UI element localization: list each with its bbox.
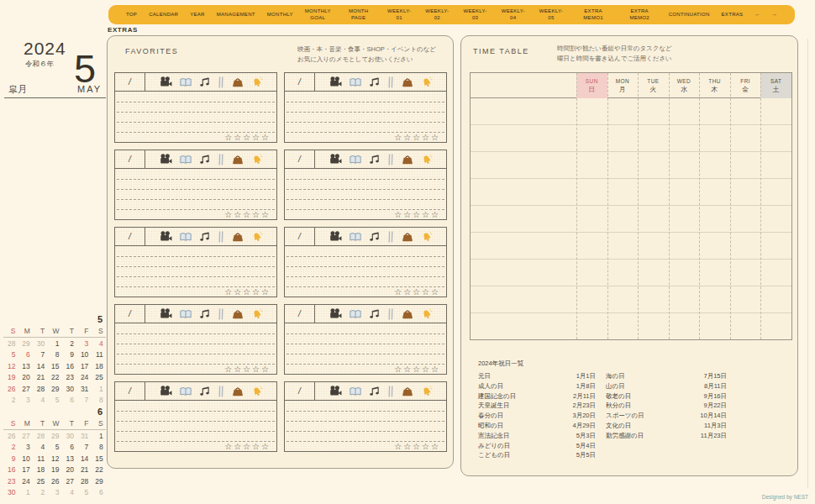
movie-camera-icon[interactable]: [329, 308, 342, 319]
handbag-icon[interactable]: [402, 386, 413, 396]
handbag-icon[interactable]: [232, 386, 244, 396]
chopsticks-icon[interactable]: [387, 231, 394, 243]
favorite-card[interactable]: /: [284, 150, 447, 220]
nav-tab-weekly-04[interactable]: WEEKLY-04: [494, 8, 532, 20]
writing-line[interactable]: [287, 180, 444, 190]
bell-icon[interactable]: [251, 231, 263, 243]
star-rating[interactable]: ☆☆☆☆☆: [115, 365, 276, 374]
writing-line[interactable]: [117, 123, 275, 133]
handbag-icon[interactable]: [232, 231, 244, 242]
writing-line[interactable]: [287, 113, 444, 123]
writing-line[interactable]: [287, 246, 444, 257]
date-slash-field[interactable]: /: [115, 382, 145, 400]
nav-tab-extra-memo1[interactable]: EXTRA MEMO1: [570, 8, 617, 20]
writing-line[interactable]: [287, 92, 444, 102]
favorite-card[interactable]: /: [114, 227, 277, 297]
music-notes-icon[interactable]: [369, 308, 380, 319]
writing-line[interactable]: [117, 277, 275, 287]
bell-icon[interactable]: [421, 76, 433, 88]
open-book-icon[interactable]: [350, 155, 361, 165]
music-notes-icon[interactable]: [369, 154, 380, 165]
bell-icon[interactable]: [421, 308, 433, 320]
writing-line[interactable]: [287, 334, 444, 344]
movie-camera-icon[interactable]: [160, 308, 172, 319]
writing-line[interactable]: [117, 180, 275, 190]
date-slash-field[interactable]: /: [115, 305, 145, 323]
bell-icon[interactable]: [421, 231, 433, 243]
writing-line[interactable]: [287, 190, 444, 200]
movie-camera-icon[interactable]: [160, 386, 172, 396]
music-notes-icon[interactable]: [369, 386, 380, 396]
star-rating[interactable]: ☆☆☆☆☆: [285, 442, 446, 451]
chopsticks-icon[interactable]: [218, 231, 224, 243]
open-book-icon[interactable]: [180, 386, 192, 396]
movie-camera-icon[interactable]: [329, 154, 342, 165]
music-notes-icon[interactable]: [369, 231, 380, 242]
favorite-card[interactable]: /: [284, 227, 447, 297]
star-rating[interactable]: ☆☆☆☆☆: [285, 133, 446, 142]
chopsticks-icon[interactable]: [218, 308, 224, 320]
writing-line[interactable]: [117, 190, 275, 200]
star-rating[interactable]: ☆☆☆☆☆: [115, 210, 276, 219]
chopsticks-icon[interactable]: [218, 76, 224, 88]
favorite-card[interactable]: /: [114, 150, 277, 220]
date-slash-field[interactable]: /: [115, 150, 145, 168]
date-slash-field[interactable]: /: [115, 228, 145, 245]
movie-camera-icon[interactable]: [160, 76, 172, 87]
nav-tab-prev[interactable]: ←: [749, 12, 765, 18]
nav-tab-extras[interactable]: EXTRAS: [716, 12, 749, 18]
favorite-card[interactable]: /: [284, 72, 447, 143]
handbag-icon[interactable]: [402, 76, 413, 87]
open-book-icon[interactable]: [350, 386, 361, 396]
favorite-card[interactable]: /: [114, 72, 277, 143]
nav-tab-month-page[interactable]: MONTH PAGE: [337, 8, 381, 20]
nav-tab-weekly-03[interactable]: WEEKLY-03: [456, 8, 494, 20]
nav-tab-next[interactable]: →: [766, 12, 783, 18]
movie-camera-icon[interactable]: [329, 386, 342, 396]
bell-icon[interactable]: [421, 154, 433, 165]
date-slash-field[interactable]: /: [115, 73, 145, 91]
writing-line[interactable]: [287, 432, 444, 442]
writing-line[interactable]: [117, 169, 275, 180]
handbag-icon[interactable]: [402, 308, 413, 319]
bell-icon[interactable]: [251, 76, 263, 88]
writing-line[interactable]: [117, 432, 275, 442]
writing-line[interactable]: [287, 354, 444, 365]
open-book-icon[interactable]: [350, 309, 361, 319]
writing-line[interactable]: [117, 102, 275, 113]
open-book-icon[interactable]: [180, 232, 192, 242]
writing-line[interactable]: [287, 267, 444, 277]
music-notes-icon[interactable]: [199, 76, 210, 87]
writing-line[interactable]: [287, 123, 444, 133]
music-notes-icon[interactable]: [199, 308, 210, 319]
writing-line[interactable]: [287, 277, 444, 287]
chopsticks-icon[interactable]: [387, 386, 394, 397]
writing-line[interactable]: [117, 354, 275, 365]
star-rating[interactable]: ☆☆☆☆☆: [115, 442, 276, 451]
bell-icon[interactable]: [251, 154, 263, 165]
bell-icon[interactable]: [251, 308, 263, 320]
writing-line[interactable]: [287, 200, 444, 210]
favorite-card[interactable]: /: [114, 381, 277, 452]
chopsticks-icon[interactable]: [218, 154, 224, 165]
writing-line[interactable]: [117, 401, 275, 412]
nav-tab-weekly-01[interactable]: WEEKLY-01: [381, 8, 418, 20]
movie-camera-icon[interactable]: [160, 231, 172, 242]
open-book-icon[interactable]: [350, 232, 361, 242]
writing-line[interactable]: [287, 344, 444, 354]
writing-line[interactable]: [287, 257, 444, 267]
chopsticks-icon[interactable]: [387, 154, 394, 165]
nav-tab-extra-memo2[interactable]: EXTRA MEMO2: [617, 8, 663, 20]
writing-line[interactable]: [287, 323, 444, 334]
movie-camera-icon[interactable]: [160, 154, 172, 165]
writing-line[interactable]: [117, 246, 275, 257]
date-slash-field[interactable]: /: [285, 150, 315, 168]
music-notes-icon[interactable]: [199, 154, 210, 165]
movie-camera-icon[interactable]: [329, 231, 342, 242]
nav-tab-monthly[interactable]: MONTHLY: [261, 12, 299, 18]
writing-line[interactable]: [117, 323, 275, 334]
timetable-body[interactable]: [471, 98, 791, 339]
date-slash-field[interactable]: /: [285, 73, 315, 91]
handbag-icon[interactable]: [232, 76, 244, 87]
open-book-icon[interactable]: [180, 309, 192, 319]
